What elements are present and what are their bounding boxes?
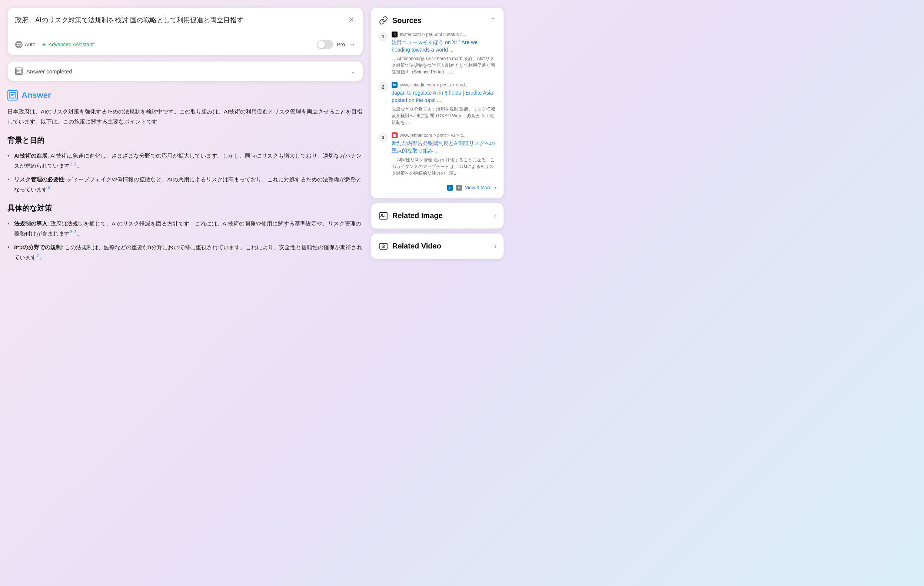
image-icon [378, 211, 389, 221]
view-more-favicon-linkedin: in [447, 185, 453, 190]
source-number-2: 2 [378, 82, 388, 92]
sources-collapse-button[interactable]: ⌃ [490, 16, 496, 25]
answer-intro: 日本政府は、AIのリスク対策を強化するための法規制を検討中です。この取り組みは、… [7, 106, 363, 126]
sidebar: Sources ⌃ 1 𝕏 twitter.com > pe65oni > st… [371, 7, 504, 579]
related-image-card[interactable]: Related Image ‹ [371, 203, 504, 229]
source-domain-1: 𝕏 twitter.com > pe65oni > status >... [392, 31, 496, 38]
source-snippet-3: … AI関連リスク管理能力を評価することになる。このガイダンスのアップデートは、… [392, 157, 496, 177]
source-domain-2: in www.linkedin.com > posts > erud... [392, 82, 496, 88]
view-more-chevron-icon: › [495, 185, 496, 190]
link-icon [378, 15, 389, 26]
list-item: 法規制の導入: 政府は法規制を通じて、AIのリスク軽減を図る方針です。これには、… [7, 219, 363, 238]
video-icon [378, 241, 389, 252]
source-content-2: in www.linkedin.com > posts > erud... Ja… [392, 82, 496, 126]
svg-rect-6 [10, 93, 16, 98]
sup3: 3 [74, 230, 77, 234]
bullet4-text: : この法規制は、医療などの重要な8分野において特に重視されています。これにより… [14, 244, 362, 260]
close-button[interactable]: ✕ [348, 15, 355, 24]
view-more-favicon-other: ● [456, 185, 462, 190]
source-number-1: 1 [378, 31, 388, 41]
source-snippet-2: 医療など８分野でＡＩ活用を規制 政府、リスク軽減策を検討へ: 東京新聞 TOKY… [392, 106, 496, 126]
search-query: 政府、AIのリスク対策で法規制を検討 国の戦略として利用促進と両立目指す [15, 15, 254, 25]
source-number-3: 3 [378, 132, 388, 142]
list-item: リスク管理の必要性: ディープフェイクや偽情報の拡散など、AIの悪用によるリスク… [7, 174, 363, 194]
section1-heading: 背景と目的 [7, 136, 363, 146]
advanced-label: Advanced Assistant [48, 41, 94, 48]
source-domain-text-2: www.linkedin.com > posts > erud... [400, 82, 468, 88]
answer-title-icon [7, 90, 18, 101]
view-more-label: View 3 More [465, 185, 492, 190]
sources-title: Sources [378, 15, 422, 26]
submit-button[interactable]: → [349, 41, 355, 49]
sup2c: 2 [37, 254, 39, 258]
answer-heading: Answer [21, 91, 51, 100]
related-image-chevron-icon: ‹ [494, 212, 496, 219]
advanced-assistant-button[interactable]: ✦ Advanced Assistant [41, 41, 94, 48]
list-item: 8つの分野での規制: この法規制は、医療などの重要な8分野において特に重視されて… [7, 242, 363, 262]
bullet2-text: : ディープフェイクや偽情報の拡散など、AIの悪用によるリスクは高まっており、こ… [14, 176, 361, 192]
main-content: 政府、AIのリスク対策で法規制を検討 国の戦略として利用促進と両立目指す ✕ A… [7, 7, 363, 579]
sup2: 2 [74, 162, 77, 166]
pdf-favicon-3: 📄 [392, 132, 398, 138]
source-snippet-1: … AI technology. Click here to read: 政府、… [392, 55, 496, 75]
answer-section: Answer 日本政府は、AIのリスク対策を強化するための法規制を検討中です。こ… [7, 87, 363, 274]
source-content-3: 📄 www.jenner.com > print > v2 > c... 新たな… [392, 132, 496, 176]
sparks-icon: ✦ [41, 41, 46, 48]
pro-label: Pro [337, 41, 345, 48]
answer-completed-box[interactable]: Answer completed ⌄ [7, 61, 363, 81]
source-item-1: 1 𝕏 twitter.com > pe65oni > status >... … [378, 31, 496, 75]
sources-card: Sources ⌃ 1 𝕏 twitter.com > pe65oni > st… [371, 7, 504, 199]
bullets-section2: 法規制の導入: 政府は法規制を通じて、AIのリスク軽減を図る方針です。これには、… [7, 219, 363, 262]
source-item-2: 2 in www.linkedin.com > posts > erud... … [378, 82, 496, 126]
sup2b: 2 [70, 230, 72, 234]
related-video-chevron-icon: ‹ [494, 243, 496, 250]
section2-heading: 具体的な対策 [7, 203, 363, 213]
source-domain-text-3: www.jenner.com > print > v2 > c... [400, 133, 467, 138]
source-link-2[interactable]: Japan to regulate AI in 8 fields | Erudi… [392, 89, 496, 104]
chevron-down-icon: ⌄ [350, 68, 355, 75]
source-item-3: 3 📄 www.jenner.com > print > v2 > c... 新… [378, 132, 496, 176]
search-box: 政府、AIのリスク対策で法規制を検討 国の戦略として利用促進と両立目指す ✕ A… [7, 7, 363, 55]
related-image-title: Related Image [392, 212, 443, 220]
linkedin-favicon-2: in [392, 82, 398, 88]
source-content-1: 𝕏 twitter.com > pe65oni > status >... 注目… [392, 31, 496, 75]
answer-title: Answer [7, 90, 363, 101]
sup4: 4 [48, 186, 50, 190]
pro-toggle[interactable] [317, 40, 333, 49]
answer-completed-label: Answer completed [26, 68, 72, 74]
list-item: AI技術の進展: AI技術は急速に進化し、さまざまな分野での応用が拡大しています… [7, 151, 363, 171]
globe-icon [15, 41, 23, 48]
bullet4-bold: 8つの分野での規制 [14, 244, 61, 250]
sources-heading: Sources [392, 16, 422, 25]
auto-button[interactable]: Auto [15, 41, 36, 48]
bullet1-bold: AI技術の進展 [14, 152, 48, 159]
bullets-section1: AI技術の進展: AI技術は急速に進化し、さまざまな分野での応用が拡大しています… [7, 151, 363, 194]
source-domain-3: 📄 www.jenner.com > print > v2 > c... [392, 132, 496, 138]
related-video-card[interactable]: Related Video ‹ [371, 233, 504, 259]
related-video-title: Related Video [392, 242, 441, 250]
twitter-favicon-1: 𝕏 [392, 31, 398, 38]
sources-header: Sources ⌃ [378, 15, 496, 26]
bullet3-text: : 政府は法規制を通じて、AIのリスク軽減を図る方針です。これには、AI技術の開… [14, 220, 361, 237]
view-more-button[interactable]: in ● View 3 More › [378, 183, 496, 190]
auto-label: Auto [25, 41, 36, 48]
answer-icon [15, 68, 23, 75]
bullet3-bold: 法規制の導入 [14, 220, 48, 227]
svg-marker-13 [383, 245, 384, 247]
source-link-3[interactable]: 新たな内部告発報奨制度とAI関連リスクへの重点的な取り組み ... [392, 140, 496, 154]
bullet1-text: : AI技術は急速に進化し、さまざまな分野での応用が拡大しています。しかし、同時… [14, 152, 361, 169]
bullet2-bold: リスク管理の必要性 [14, 176, 64, 182]
sup1: 1 [70, 162, 72, 166]
source-domain-text-1: twitter.com > pe65oni > status >... [400, 32, 467, 37]
source-link-1[interactable]: 注目ニュースそくほう on X: " Are we heading toward… [392, 39, 496, 53]
svg-rect-3 [16, 69, 21, 73]
